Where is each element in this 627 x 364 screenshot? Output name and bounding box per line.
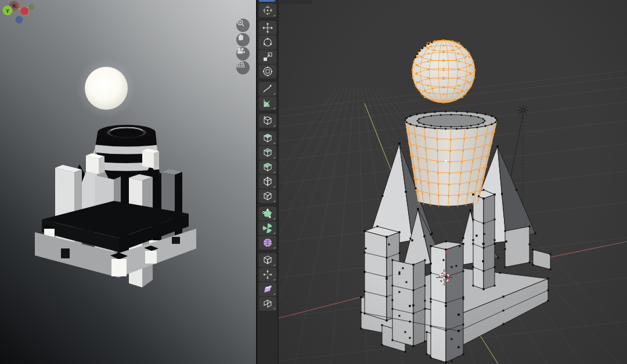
toggle-grid-button[interactable] (236, 61, 250, 74)
rendered-scene (0, 0, 256, 364)
header-remnant (279, 0, 312, 4)
tool-scale[interactable] (259, 50, 276, 64)
tool-bevel[interactable] (259, 160, 276, 174)
edge-slide-icon (262, 254, 273, 266)
cursor-icon (262, 5, 273, 16)
tool-extrude-region[interactable] (259, 131, 276, 145)
inset-faces-icon (262, 147, 273, 158)
tool-inset-faces[interactable] (259, 146, 276, 160)
tool-cursor[interactable] (259, 3, 276, 17)
subtool-corner (273, 279, 275, 280)
measure-icon (262, 98, 273, 109)
tool-spin[interactable] (259, 221, 276, 235)
rotate-icon (262, 37, 273, 48)
rendered-viewport[interactable]: X Y (0, 0, 256, 364)
tool-shrink-fatten[interactable] (259, 268, 276, 282)
rip-region-icon (262, 298, 273, 309)
tool-edge-slide[interactable] (259, 253, 276, 267)
loop-cut-icon (262, 176, 273, 188)
tool-shear[interactable] (259, 282, 276, 296)
add-cube-icon (262, 115, 273, 127)
tool-poly-build[interactable] (259, 207, 276, 221)
gizmo-neg-z-ball[interactable] (16, 16, 23, 24)
subtool-corner (273, 264, 275, 266)
scale-icon (262, 51, 273, 63)
tool-rotate[interactable] (259, 35, 276, 49)
y-axis-line (365, 103, 395, 181)
selected-sphere[interactable] (412, 39, 476, 103)
tool-loop-cut[interactable] (259, 175, 276, 189)
subtool-corner (273, 107, 275, 109)
spin-icon (262, 222, 273, 234)
subtool-corner (273, 186, 275, 188)
blender-window: X Y (0, 0, 627, 364)
tool-rip-region[interactable] (259, 297, 276, 311)
subtool-corner (273, 293, 275, 295)
tool-smooth[interactable] (259, 236, 276, 250)
subtool-corner (273, 247, 275, 248)
shear-icon (262, 283, 273, 295)
subtool-corner (273, 93, 275, 95)
edit-mode-toolbar (257, 0, 279, 364)
hand-icon (236, 33, 244, 41)
edit-scene (279, 0, 627, 364)
nav-gizmo[interactable]: X Y (0, 0, 42, 28)
subtool-corner (273, 200, 275, 202)
knife-icon (262, 190, 273, 202)
poly-build-icon (262, 208, 273, 219)
pan-button[interactable] (236, 33, 250, 46)
subtool-corner (273, 125, 275, 127)
extrude-region-icon (262, 132, 273, 144)
camera-icon (236, 47, 245, 55)
grid-icon (236, 61, 245, 68)
smooth-icon (262, 237, 273, 248)
move-icon (262, 22, 273, 34)
tool-annotate[interactable] (259, 82, 276, 96)
subtool-corner (273, 171, 275, 173)
tool-transform[interactable] (259, 64, 276, 78)
subtool-corner (273, 15, 275, 16)
tool-knife[interactable] (259, 189, 276, 203)
annotate-icon (262, 83, 273, 95)
subtool-corner (273, 232, 275, 234)
subtool-corner (273, 142, 275, 144)
gizmo-y-label: Y (6, 8, 9, 14)
zoom-button[interactable] (236, 19, 250, 32)
subtool-corner (273, 157, 275, 158)
active-tool-highlight[interactable] (259, 0, 275, 2)
edit-viewport[interactable] (279, 0, 627, 364)
gizmo-x-label: X (12, 3, 16, 9)
subtool-corner (273, 308, 275, 309)
gizmo-neg-x-ball[interactable] (20, 7, 29, 16)
bevel-icon (262, 161, 273, 173)
tool-measure[interactable] (259, 96, 276, 110)
light-icon[interactable] (521, 109, 525, 112)
tool-move[interactable] (259, 21, 276, 35)
shrink-fatten-icon (262, 269, 273, 280)
tool-add-cube[interactable] (259, 114, 276, 128)
gizmo-axis-ball[interactable] (28, 4, 34, 10)
transform-icon (262, 66, 273, 77)
camera-view-button[interactable] (236, 47, 250, 60)
light-sphere (85, 67, 128, 110)
zoom-icon (236, 19, 245, 27)
subtool-corner (273, 218, 275, 219)
